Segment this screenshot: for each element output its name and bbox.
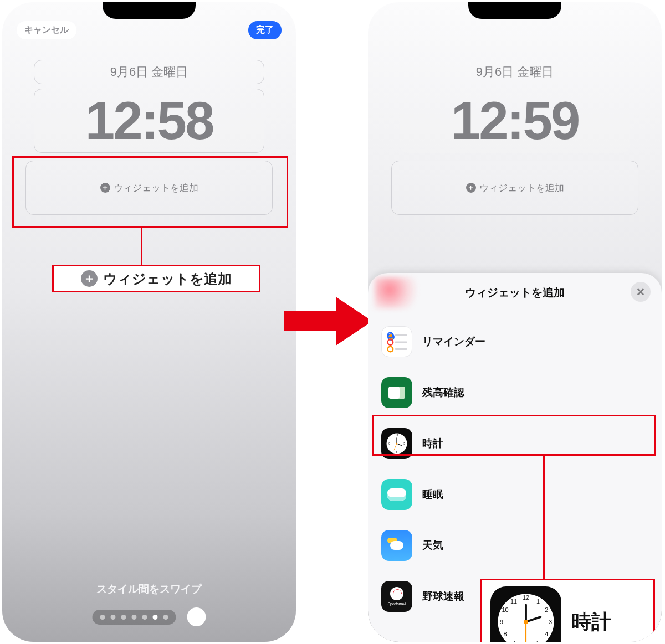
svg-text:9: 9: [500, 619, 503, 625]
close-button[interactable]: ✕: [631, 282, 651, 302]
time-text: 12:58: [85, 90, 213, 151]
svg-text:1: 1: [536, 598, 540, 605]
highlight-widget-slot: [12, 156, 288, 228]
svg-text:2: 2: [545, 606, 548, 613]
time-text: 12:59: [451, 90, 579, 151]
clock-icon: 12 12 34 56 78 910 11: [490, 586, 561, 642]
widget-panel: ウィジェットを追加 ✕ リマインダー 残高確認: [368, 273, 662, 642]
pager-dot: [142, 615, 147, 620]
phone-right: 9月6日 金曜日 12:59 ＋ ウィジェットを追加 ウィジェットを追加 ✕: [368, 2, 662, 642]
date-pill: 9月6日 金曜日: [400, 60, 630, 84]
add-widget-slot[interactable]: ＋ ウィジェットを追加: [391, 161, 638, 215]
svg-point-2: [388, 339, 393, 345]
highlight-connector: [543, 456, 545, 586]
notch: [468, 2, 561, 19]
pager-dot: [100, 615, 105, 620]
pager-dot: [111, 615, 116, 620]
add-page-button[interactable]: [187, 607, 206, 626]
pager-dot: [121, 615, 126, 620]
date-text: 9月6日 金曜日: [476, 64, 554, 80]
app-label: 残高確認: [422, 385, 464, 400]
sports-icon-text: Sportsnavi: [387, 602, 406, 606]
pager-dot-active: [153, 615, 158, 620]
svg-marker-0: [284, 297, 372, 346]
weather-icon: [381, 530, 412, 561]
svg-text:12: 12: [523, 594, 529, 601]
svg-text:4: 4: [545, 631, 548, 637]
app-row-reminders[interactable]: リマインダー: [368, 316, 662, 367]
phone-left: キャンセル 完了 9月6日 金曜日 12:58 ＋ ウィジェットを追加 ＋ ウィ…: [2, 2, 296, 642]
time-display: 12:59: [400, 89, 630, 153]
plus-icon: ＋: [466, 183, 476, 193]
svg-text:7: 7: [512, 640, 515, 642]
sleep-icon: [381, 479, 412, 510]
reminders-icon: [381, 326, 412, 357]
svg-point-32: [524, 620, 528, 624]
app-row-weather[interactable]: 天気: [368, 520, 662, 571]
app-row-balance[interactable]: 残高確認: [368, 367, 662, 418]
panel-title: ウィジェットを追加: [368, 285, 662, 300]
svg-point-1: [388, 333, 393, 338]
cancel-button[interactable]: キャンセル: [17, 21, 76, 39]
time-display[interactable]: 12:58: [34, 89, 264, 153]
svg-text:3: 3: [549, 619, 552, 625]
svg-text:8: 8: [504, 631, 507, 637]
close-icon: ✕: [636, 286, 645, 298]
callout-label: ウィジェットを追加: [103, 270, 232, 288]
pager: [93, 607, 206, 626]
app-label: 野球速報: [422, 589, 464, 604]
topbar: キャンセル 完了: [17, 21, 282, 39]
arrow-right-icon: [284, 297, 372, 346]
app-list: リマインダー 残高確認 123 69: [368, 316, 662, 622]
callout-clock: 12 12 34 56 78 910 11 時計: [480, 579, 655, 642]
pager-dot: [163, 615, 168, 620]
callout-label: 時計: [571, 609, 611, 636]
notch: [103, 2, 196, 19]
balance-icon: [381, 377, 412, 408]
sports-icon: Sportsnavi: [381, 581, 412, 612]
plus-icon: ＋: [81, 270, 98, 287]
svg-point-3: [388, 347, 393, 352]
callout-add-widget: ＋ ウィジェットを追加: [52, 265, 260, 292]
app-label: 睡眠: [422, 487, 443, 502]
svg-text:5: 5: [536, 640, 540, 642]
pager-dot: [132, 615, 137, 620]
app-row-sleep[interactable]: 睡眠: [368, 469, 662, 520]
app-label: 天気: [422, 538, 443, 553]
add-widget-label: ウィジェットを追加: [479, 182, 564, 194]
svg-text:11: 11: [510, 598, 517, 605]
highlight-connector: [141, 228, 142, 265]
done-button[interactable]: 完了: [248, 21, 282, 39]
pager-dots[interactable]: [93, 610, 176, 625]
svg-text:10: 10: [502, 606, 508, 613]
app-label: リマインダー: [422, 334, 485, 349]
swipe-hint: スタイル間をスワイプ: [2, 582, 296, 596]
date-text: 9月6日 金曜日: [110, 64, 188, 80]
highlight-clock-row: [372, 415, 656, 456]
date-pill[interactable]: 9月6日 金曜日: [34, 60, 264, 84]
